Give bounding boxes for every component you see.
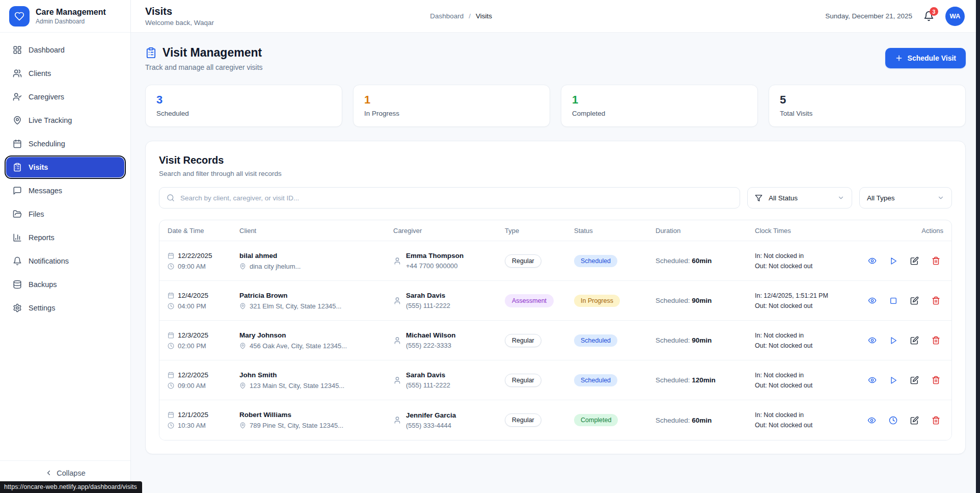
breadcrumb-separator: / <box>469 12 471 20</box>
view-visit-button[interactable] <box>868 296 877 305</box>
topbar-right: Sunday, December 21, 2025 3 WA <box>825 7 965 26</box>
edit-visit-button[interactable] <box>910 376 919 384</box>
sidebar-item-backups[interactable]: Backups <box>6 274 124 295</box>
stat-card-scheduled: 3 Scheduled <box>145 85 342 127</box>
clock-out: Out: Not clocked out <box>755 263 862 270</box>
current-date: Sunday, December 21, 2025 <box>825 12 912 20</box>
stat-value: 5 <box>780 94 955 106</box>
brand: Care Management Admin Dashboard <box>0 0 130 33</box>
cell-status: In Progress <box>574 295 656 307</box>
cell-actions <box>862 336 943 345</box>
view-visit-button[interactable] <box>868 256 877 265</box>
sidebar-item-settings[interactable]: Settings <box>6 298 124 318</box>
avatar[interactable]: WA <box>945 7 965 26</box>
cell-clock-times: In: Not clocked in Out: Not clocked out <box>755 372 862 389</box>
app-window: Care Management Admin Dashboard Dashboar… <box>0 0 980 493</box>
brand-text: Care Management Admin Dashboard <box>36 7 106 25</box>
clipboard-icon <box>13 163 22 172</box>
records-title: Visit Records <box>159 154 952 166</box>
clock-visit-button[interactable] <box>889 416 897 425</box>
sidebar-item-clients[interactable]: Clients <box>6 63 124 84</box>
cell-actions <box>862 296 943 305</box>
clipboard-icon <box>145 47 157 59</box>
client-address: 321 Elm St, City, State 12345... <box>250 302 341 310</box>
clock-out: Out: Not clocked out <box>755 382 862 389</box>
delete-visit-button[interactable] <box>932 336 940 345</box>
edit-visit-button[interactable] <box>910 256 919 265</box>
delete-visit-button[interactable] <box>932 376 940 384</box>
sidebar-item-notifications[interactable]: Notifications <box>6 251 124 271</box>
cell-actions <box>862 416 943 425</box>
delete-visit-button[interactable] <box>932 296 940 305</box>
client-address: 456 Oak Ave, City, State 12345... <box>250 342 347 350</box>
stat-label: Completed <box>572 110 747 117</box>
sidebar-item-scheduling[interactable]: Scheduling <box>6 134 124 154</box>
edit-visit-button[interactable] <box>910 296 919 305</box>
client-address: 123 Main St, City, State 12345... <box>250 382 344 390</box>
table-row: 12/3/2025 02:00 PM Mary Johnson 456 Oak … <box>159 321 951 360</box>
play-visit-button[interactable] <box>889 376 897 384</box>
sidebar-item-visits[interactable]: Visits <box>6 157 124 177</box>
visit-time: 04:00 PM <box>178 302 206 310</box>
sidebar-item-dashboard[interactable]: Dashboard <box>6 40 124 60</box>
edit-visit-button[interactable] <box>910 416 919 425</box>
clock-in: In: 12/4/2025, 1:51:21 PM <box>755 292 862 299</box>
cell-type: Regular <box>505 334 574 347</box>
sidebar-item-label: Dashboard <box>29 46 65 54</box>
plus-icon <box>895 54 903 62</box>
brand-subtitle: Admin Dashboard <box>36 18 106 25</box>
sidebar-item-files[interactable]: Files <box>6 204 124 224</box>
view-visit-button[interactable] <box>868 376 877 384</box>
view-visit-button[interactable] <box>867 416 876 425</box>
table-row: 12/4/2025 04:00 PM Patricia Brown 321 El… <box>159 281 951 321</box>
delete-visit-button[interactable] <box>932 416 940 425</box>
topbar: Visits Welcome back, Waqar Dashboard / V… <box>131 0 980 33</box>
sidebar-item-label: Caregivers <box>29 93 64 101</box>
cell-client: Mary Johnson 456 Oak Ave, City, State 12… <box>239 331 393 350</box>
page-scrollbar[interactable] <box>976 0 980 493</box>
notifications-button[interactable]: 3 <box>923 11 934 21</box>
play-visit-button[interactable] <box>889 336 897 345</box>
view-visit-button[interactable] <box>868 336 877 345</box>
user-small-icon <box>393 336 401 345</box>
breadcrumb-parent[interactable]: Dashboard <box>430 12 464 20</box>
sidebar-item-live-tracking[interactable]: Live Tracking <box>6 110 124 131</box>
page-subtitle: Track and manage all caregiver visits <box>145 63 263 71</box>
chevron-down-icon <box>837 194 845 201</box>
message-icon <box>13 186 22 195</box>
user-small-icon <box>393 376 401 384</box>
sidebar-item-label: Messages <box>29 187 62 195</box>
cell-client: bilal ahmed dina city jhelum... <box>239 252 393 270</box>
calendar-small-icon <box>168 372 174 378</box>
clock-in: In: Not clocked in <box>755 411 862 419</box>
sidebar: Care Management Admin Dashboard Dashboar… <box>0 0 131 493</box>
sidebar-item-label: Live Tracking <box>29 116 72 124</box>
type-filter-select[interactable]: All Types <box>859 187 952 209</box>
stat-card-total-visits: 5 Total Visits <box>769 85 966 127</box>
schedule-visit-button[interactable]: Schedule Visit <box>885 48 966 68</box>
clock-in: In: Not clocked in <box>755 332 862 339</box>
stop-visit-button[interactable] <box>889 297 897 305</box>
cell-duration: Scheduled: 60min <box>656 257 755 265</box>
sidebar-item-label: Scheduling <box>29 140 65 148</box>
search-box <box>159 187 740 209</box>
status-badge: In Progress <box>574 295 620 307</box>
sidebar-item-messages[interactable]: Messages <box>6 180 124 201</box>
search-input[interactable] <box>180 194 732 202</box>
stat-card-in-progress: 1 In Progress <box>353 85 550 127</box>
cell-type: Regular <box>505 254 574 268</box>
visit-date: 12/2/2025 <box>178 371 208 379</box>
calendar-small-icon <box>168 292 174 299</box>
status-badge: Scheduled <box>574 255 617 267</box>
bar-chart-icon <box>13 233 22 242</box>
status-filter-select[interactable]: All Status <box>747 187 852 209</box>
caregiver-name: Jennifer Garcia <box>406 411 456 419</box>
sidebar-item-reports[interactable]: Reports <box>6 227 124 248</box>
column-header: Client <box>239 227 393 235</box>
edit-visit-button[interactable] <box>910 336 919 345</box>
sidebar-item-caregivers[interactable]: Caregivers <box>6 87 124 107</box>
play-visit-button[interactable] <box>889 257 897 265</box>
clock-small-icon <box>168 382 174 389</box>
delete-visit-button[interactable] <box>932 256 940 265</box>
clock-in: In: Not clocked in <box>755 372 862 379</box>
